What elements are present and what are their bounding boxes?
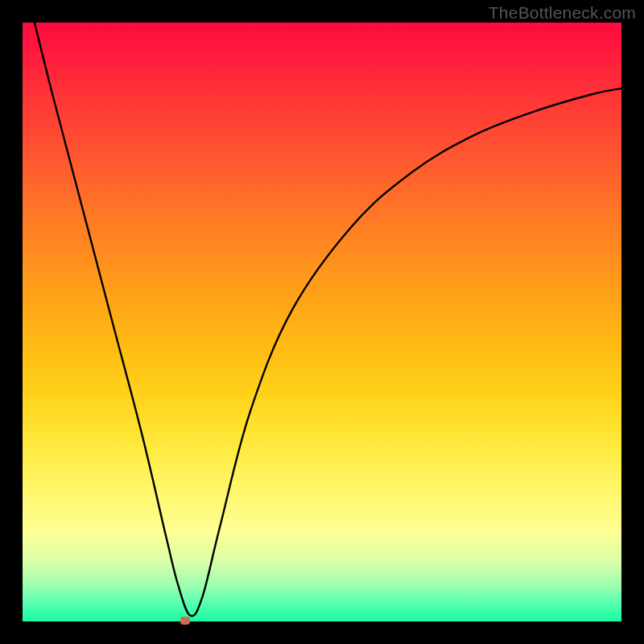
curve-layer — [23, 23, 621, 621]
bottleneck-curve — [35, 23, 621, 616]
chart-frame: TheBottleneck.com — [0, 0, 644, 644]
watermark-text: TheBottleneck.com — [489, 3, 636, 23]
minimum-marker — [180, 617, 190, 625]
plot-area — [23, 23, 621, 621]
